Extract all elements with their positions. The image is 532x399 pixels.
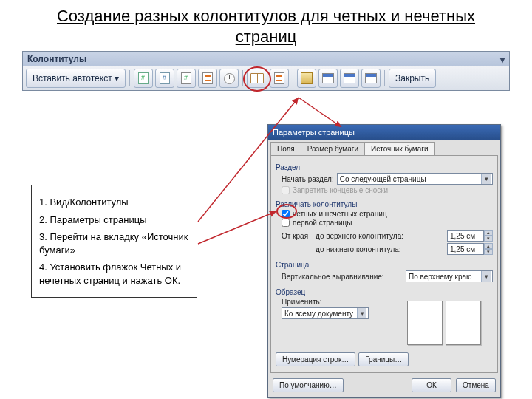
spin-up-icon[interactable]: ▴ bbox=[484, 230, 493, 236]
step-4: 4. Установить флажок Четных и нечетных с… bbox=[39, 261, 189, 287]
footer-distance-value[interactable]: 1,25 см bbox=[447, 243, 484, 255]
svg-line-0 bbox=[299, 98, 341, 127]
odd-even-label: четных и нечетных страниц bbox=[293, 210, 387, 218]
date-icon bbox=[202, 72, 213, 84]
switch-icon bbox=[322, 73, 334, 83]
preview-pages bbox=[407, 301, 481, 345]
apply-to-value: Ко всему документу bbox=[284, 310, 353, 318]
link-previous-icon bbox=[301, 72, 313, 84]
svg-line-2 bbox=[198, 211, 276, 244]
headers-footers-toolbar: Колонтитулы ▾ Вставить автотекст ▾ Закры… bbox=[22, 51, 510, 91]
page-body-icon bbox=[274, 72, 284, 84]
clock-icon bbox=[224, 73, 235, 84]
preview-page-right bbox=[446, 301, 481, 345]
ok-button[interactable]: ОК bbox=[412, 378, 451, 392]
insert-time-button[interactable] bbox=[219, 69, 239, 88]
instructions-box: 1. Вид/Колонтитулы 2. Параметры страницы… bbox=[31, 185, 197, 298]
header-distance-label: до верхнего колонтитула: bbox=[316, 232, 403, 240]
step-1: 1. Вид/Колонтитулы bbox=[39, 196, 189, 209]
suppress-endnotes-label: Запретить концевые сноски bbox=[293, 186, 388, 194]
next-icon bbox=[365, 73, 377, 83]
odd-even-checkbox[interactable] bbox=[282, 210, 290, 218]
borders-button[interactable]: Границы… bbox=[358, 352, 409, 366]
section-start-label: Начать раздел: bbox=[282, 175, 334, 183]
dialog-body: Раздел Начать раздел: Со следующей стран… bbox=[270, 155, 498, 373]
page-count-button[interactable] bbox=[155, 69, 174, 88]
apply-to-select[interactable]: Ко всему документу bbox=[282, 307, 369, 319]
suppress-endnotes-checkbox bbox=[282, 186, 290, 194]
headers-group-label: Различать колонтитулы bbox=[276, 200, 493, 208]
step-2: 2. Параметры страницы bbox=[39, 214, 189, 227]
valign-select[interactable]: По верхнему краю bbox=[406, 270, 493, 282]
default-button[interactable]: По умолчанию… bbox=[273, 378, 344, 392]
separator bbox=[242, 70, 243, 86]
first-page-checkbox[interactable] bbox=[282, 219, 290, 227]
same-as-previous-button[interactable] bbox=[297, 69, 316, 88]
separator bbox=[384, 70, 385, 86]
toolbar-title-text: Колонтитулы bbox=[27, 54, 86, 64]
tab-paper-source[interactable]: Источник бумаги bbox=[364, 142, 435, 155]
apply-to-label: Применить: bbox=[282, 298, 369, 306]
spin-up-icon[interactable]: ▴ bbox=[484, 243, 493, 249]
hash-page-icon bbox=[138, 72, 149, 84]
page-setup-dialog: Параметры страницы Поля Размер бумаги Ис… bbox=[267, 124, 501, 398]
footer-distance-label: до нижнего колонтитула: bbox=[316, 245, 401, 253]
format-page-number-button[interactable] bbox=[177, 69, 196, 88]
section-group-label: Раздел bbox=[276, 163, 493, 171]
first-page-label: первой страницы bbox=[293, 219, 352, 227]
tab-margins[interactable]: Поля bbox=[270, 142, 301, 155]
cancel-button[interactable]: Отмена bbox=[456, 378, 496, 392]
format-number-icon bbox=[181, 72, 191, 84]
header-distance-spinner[interactable]: 1,25 см ▴▾ bbox=[447, 230, 493, 242]
step-3: 3. Перейти на вкладку «Источник бумаги» bbox=[39, 231, 189, 256]
separator bbox=[293, 70, 293, 86]
show-previous-button[interactable] bbox=[340, 69, 359, 88]
page-group-label: Страница bbox=[276, 261, 493, 269]
spin-down-icon[interactable]: ▾ bbox=[484, 249, 493, 255]
dialog-title: Параметры страницы bbox=[268, 125, 500, 140]
valign-value: По верхнему краю bbox=[409, 273, 472, 281]
line-numbers-button[interactable]: Нумерация строк… bbox=[276, 352, 355, 366]
close-toolbar-button[interactable]: Закрыть bbox=[389, 69, 436, 88]
from-edge-label: От края bbox=[282, 232, 308, 240]
section-start-value: Со следующей страницы bbox=[340, 175, 426, 183]
insert-date-button[interactable] bbox=[198, 69, 217, 88]
footer-distance-spinner[interactable]: 1,25 см ▴▾ bbox=[447, 243, 493, 255]
preview-page-left bbox=[407, 301, 443, 345]
header-distance-value[interactable]: 1,25 см bbox=[447, 230, 484, 242]
toolbar-menu-icon[interactable]: ▾ bbox=[500, 55, 505, 65]
preview-group-label: Образец bbox=[276, 288, 493, 296]
page-title: Создание разных колонтитулов для четных … bbox=[30, 6, 502, 47]
page-setup-button[interactable] bbox=[247, 69, 267, 88]
insert-autotext-button[interactable]: Вставить автотекст ▾ bbox=[26, 69, 126, 88]
valign-label: Вертикальное выравнивание: bbox=[282, 273, 384, 281]
separator bbox=[129, 70, 130, 86]
hash-pages-icon bbox=[160, 72, 170, 84]
switch-header-footer-button[interactable] bbox=[318, 69, 338, 88]
section-start-select[interactable]: Со следующей страницы bbox=[337, 173, 493, 185]
tab-paper-size[interactable]: Размер бумаги bbox=[301, 142, 365, 155]
spin-down-icon[interactable]: ▾ bbox=[484, 236, 493, 242]
show-next-button[interactable] bbox=[361, 69, 381, 88]
toolbar-title: Колонтитулы ▾ bbox=[23, 52, 509, 66]
page-number-button[interactable] bbox=[134, 69, 153, 88]
show-hide-text-button[interactable] bbox=[270, 69, 289, 88]
prev-icon bbox=[344, 73, 355, 83]
dialog-tabs: Поля Размер бумаги Источник бумаги bbox=[268, 140, 500, 155]
book-icon bbox=[250, 73, 264, 83]
